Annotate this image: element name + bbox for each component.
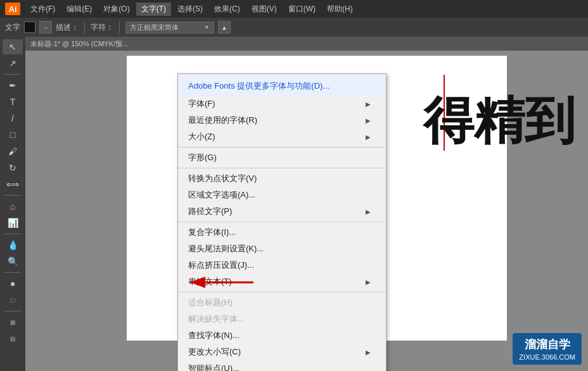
doc-tab[interactable]: 未标题-1* @ 150% (CMYK/预... <box>25 37 588 51</box>
tool-sep-3 <box>4 234 22 234</box>
tool-sep-2 <box>4 195 22 196</box>
menu-item-label-composite: 复合字体(I)... <box>188 227 236 238</box>
menu-item-label-path-text: 路径文字(P) <box>188 206 232 217</box>
tool-eyedropper[interactable]: 💧 <box>3 237 23 253</box>
title-menu-编辑E[interactable]: 编辑(E) <box>61 3 97 16</box>
tool-rotate[interactable]: ↻ <box>3 160 23 175</box>
menu-item-adobe-fonts[interactable]: Adobe Fonts 提供更多字体与功能(D)... <box>178 77 386 96</box>
watermark: 溜溜自学 ZIXUE.3066.COM <box>513 333 582 365</box>
toolbar-type-label: 文字 <box>5 22 20 33</box>
canvas-text-content: 得精到 <box>423 87 575 156</box>
tool-sep-5 <box>4 311 22 311</box>
menu-item-label-find-font: 查找字体(N)... <box>188 330 240 341</box>
menu-item-smart-punct[interactable]: 智能标点(U)... <box>178 360 386 371</box>
tool-color-bg[interactable]: □ <box>3 292 23 308</box>
menu-item-label-thread: 串接文本(T) <box>188 276 232 287</box>
watermark-url: ZIXUE.3066.COM <box>519 353 575 361</box>
toolbar-sep-2 <box>119 21 120 34</box>
menu-separator <box>178 222 386 222</box>
left-toolbar: ↖ ↗ ✒ T / □ 🖌 ↻ ⟺ ⌂ 📊 💧 🔍 ■ □ ⊞ ⊟ <box>0 37 25 371</box>
main-area: ↖ ↗ ✒ T / □ 🖌 ↻ ⟺ ⌂ 📊 💧 🔍 ■ □ ⊞ ⊟ 未标题-1*… <box>0 37 588 371</box>
menu-arrow-path-text: ▶ <box>366 208 371 215</box>
title-menu-帮助H[interactable]: 帮助(H) <box>322 3 358 16</box>
toolbar-color-box[interactable] <box>24 22 35 33</box>
tool-line[interactable]: / <box>3 111 23 126</box>
menu-item-recent-font[interactable]: 最近使用的字体(R)▶ <box>178 112 386 129</box>
menu-item-label-recent-font: 最近使用的字体(R) <box>188 115 257 126</box>
tool-paintbrush[interactable]: 🖌 <box>3 144 23 159</box>
tool-mirror[interactable]: ⟺ <box>3 177 23 192</box>
title-menus: 文件(F)编辑(E)对象(O)文字(T)选择(S)效果(C)视图(V)窗口(W)… <box>25 3 583 16</box>
tool-artboard[interactable]: ⊞ <box>3 315 23 330</box>
menu-item-area-options[interactable]: 区域文字选项(A)... <box>178 187 386 203</box>
menu-item-label-size: 大小(Z) <box>188 131 215 142</box>
toolbar-desc-label: 描述： <box>56 22 79 33</box>
tool-pen[interactable]: ✒ <box>3 78 23 93</box>
menu-item-label-font: 字体(F) <box>188 98 215 110</box>
tool-color-fg[interactable]: ■ <box>3 276 23 291</box>
menu-item-resolve-missing: 解决缺失字体... <box>178 311 386 327</box>
menu-item-label-resolve-missing: 解决缺失字体... <box>188 313 245 325</box>
menu-item-label-convert-point: 转换为点状文字(V) <box>188 173 257 184</box>
tool-zoom[interactable]: 🔍 <box>3 254 23 269</box>
menu-separator <box>178 168 386 168</box>
title-menu-文件F[interactable]: 文件(F) <box>25 3 60 16</box>
toolbar-char-label: 字符： <box>91 22 113 33</box>
tool-select[interactable]: ↖ <box>3 39 23 54</box>
tool-graph[interactable]: 📊 <box>3 215 23 230</box>
toolbar-icon-btn-1[interactable]: ↔ <box>39 21 52 34</box>
menu-arrow-thread: ▶ <box>366 279 371 286</box>
canvas-area: 未标题-1* @ 150% (CMYK/预... 得精到 溜溜自学 ZIXUE.… <box>25 37 588 371</box>
menu-item-find-font[interactable]: 查找字体(N)... <box>178 327 386 344</box>
menu-separator <box>178 292 386 292</box>
title-menu-效果C[interactable]: 效果(C) <box>209 3 245 16</box>
menu-item-label-adobe-fonts: Adobe Fonts 提供更多字体与功能(D)... <box>188 80 329 92</box>
menu-arrow-size: ▶ <box>366 134 371 141</box>
menu-container: Adobe Fonts 提供更多字体与功能(D)...字体(F)▶最近使用的字体… <box>177 73 387 371</box>
title-menu-对象O[interactable]: 对象(O) <box>98 3 134 16</box>
menu-arrow-font: ▶ <box>366 101 371 108</box>
title-menu-选择S[interactable]: 选择(S) <box>172 3 208 16</box>
title-menu-视图V[interactable]: 视图(V) <box>246 3 282 16</box>
menu-item-composite[interactable]: 复合字体(I)... <box>178 224 386 241</box>
menu-arrow-change-case: ▶ <box>366 349 371 356</box>
title-bar: Ai 文件(F)编辑(E)对象(O)文字(T)选择(S)效果(C)视图(V)窗口… <box>0 0 588 18</box>
toolbar-font-name[interactable]: 方正粗黑宋简体 ▼ <box>125 22 214 34</box>
menu-separator <box>178 147 386 148</box>
ai-logo-icon: Ai <box>5 3 20 15</box>
menu-item-label-smart-punct: 智能标点(U)... <box>188 363 240 371</box>
menu-item-convert-point[interactable]: 转换为点状文字(V) <box>178 170 386 187</box>
title-menu-文字T[interactable]: 文字(T) <box>136 3 171 16</box>
watermark-logo: 溜溜自学 <box>519 337 575 352</box>
tool-rect[interactable]: □ <box>3 127 23 142</box>
menu-item-glyph[interactable]: 字形(G) <box>178 149 386 166</box>
doc-tab-title: 未标题-1* @ 150% (CMYK/预... <box>30 39 128 49</box>
menu-item-label-fit-headline: 适合标题(H) <box>188 297 233 308</box>
tool-sep-4 <box>4 272 22 273</box>
menu-item-size[interactable]: 大小(Z)▶ <box>178 129 386 145</box>
menu-item-change-case[interactable]: 更改大小写(C)▶ <box>178 344 386 360</box>
tool-sep-1 <box>4 74 22 75</box>
main-dropdown[interactable]: Adobe Fonts 提供更多字体与功能(D)...字体(F)▶最近使用的字体… <box>177 73 387 371</box>
menu-item-fit-headline: 适合标题(H) <box>178 294 386 311</box>
menu-item-label-change-case: 更改大小写(C) <box>188 346 241 358</box>
menu-item-mojikumi[interactable]: 标点挤压设置(J)... <box>178 257 386 274</box>
toolbar-sep-1 <box>84 21 85 34</box>
tool-direct-select[interactable]: ↗ <box>3 56 23 71</box>
menu-item-kinsoku[interactable]: 避头尾法则设置(K)... <box>178 241 386 257</box>
tool-extra[interactable]: ⊟ <box>3 331 23 346</box>
menu-arrow-recent-font: ▶ <box>366 117 371 124</box>
menu-item-path-text[interactable]: 路径文字(P)▶ <box>178 203 386 220</box>
control-toolbar: 文字 ↔ 描述： 字符： 方正粗黑宋简体 ▼ ▲ <box>0 18 588 37</box>
menu-item-label-kinsoku: 避头尾法则设置(K)... <box>188 243 264 255</box>
toolbar-font-size-up[interactable]: ▲ <box>218 21 231 34</box>
menu-item-label-mojikumi: 标点挤压设置(J)... <box>188 260 254 271</box>
tool-warp[interactable]: ⌂ <box>3 199 23 214</box>
menu-item-label-area-options: 区域文字选项(A)... <box>188 189 255 201</box>
menu-item-thread[interactable]: 串接文本(T)▶ <box>178 274 386 290</box>
menu-item-font[interactable]: 字体(F)▶ <box>178 96 386 112</box>
menu-item-label-glyph: 字形(G) <box>188 152 217 163</box>
tool-type[interactable]: T <box>3 94 23 110</box>
title-menu-窗口W[interactable]: 窗口(W) <box>283 3 321 16</box>
